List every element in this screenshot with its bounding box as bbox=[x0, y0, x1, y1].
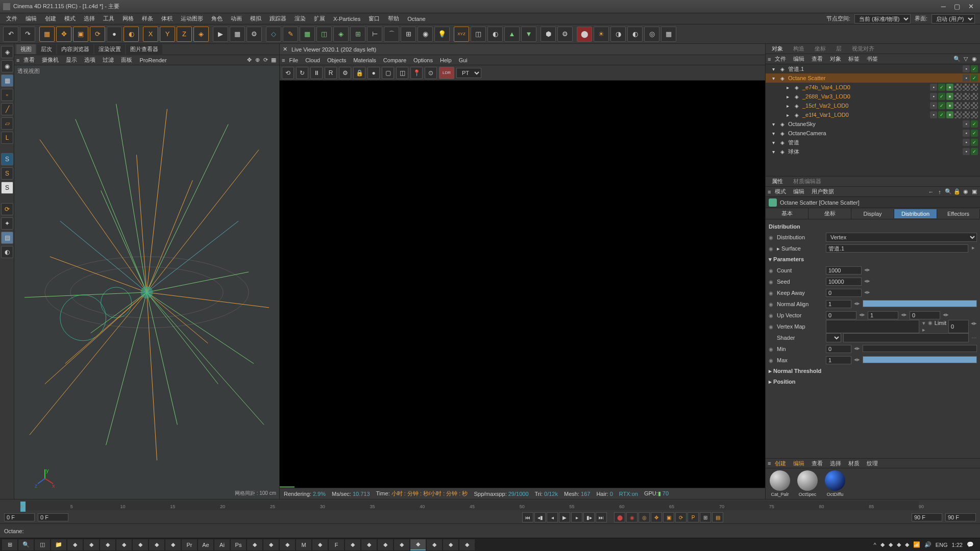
menu-render[interactable]: 渲染 bbox=[290, 14, 310, 23]
task-app2[interactable]: ◆ bbox=[84, 539, 99, 550]
moon-button[interactable]: ◑ bbox=[610, 27, 626, 42]
menu-tools[interactable]: 工具 bbox=[99, 14, 118, 23]
attr-menu-mode[interactable]: 模式 bbox=[772, 187, 789, 196]
min-input[interactable] bbox=[826, 345, 851, 353]
vp-menu-prorender[interactable]: ProRender bbox=[136, 57, 169, 64]
goto-start-button[interactable]: ⏮ bbox=[522, 512, 533, 522]
task-app8[interactable]: Pr bbox=[182, 539, 197, 550]
upvector-y[interactable] bbox=[868, 311, 898, 319]
tray-time[interactable]: 1:22 bbox=[952, 542, 963, 548]
material-item[interactable]: Cat_Palr bbox=[768, 470, 792, 497]
menu-spline[interactable]: 样条 bbox=[138, 14, 157, 23]
attr-pin-icon[interactable]: ▣ bbox=[971, 188, 978, 195]
timeline-start2[interactable] bbox=[38, 513, 68, 521]
play-button[interactable]: ▶ bbox=[559, 512, 570, 522]
attr-tab-material-editor[interactable]: 材质编辑器 bbox=[790, 177, 824, 186]
task-app16[interactable]: ◆ bbox=[312, 539, 328, 550]
subdiv-button[interactable]: ▦ bbox=[300, 27, 315, 42]
z-axis-toggle[interactable]: Z bbox=[177, 27, 192, 42]
lv-region-button[interactable]: R bbox=[325, 67, 337, 79]
tray-icon3[interactable]: ◆ bbox=[897, 541, 901, 548]
floor-button[interactable]: ◫ bbox=[471, 27, 486, 42]
task-app18[interactable]: ◆ bbox=[345, 539, 360, 550]
task-app21[interactable]: ◆ bbox=[394, 539, 409, 550]
vp-menu-display[interactable]: 显示 bbox=[63, 56, 80, 64]
menu-window[interactable]: 窗口 bbox=[364, 14, 384, 23]
surface-clear-icon[interactable]: ▸ bbox=[970, 244, 977, 253]
layout-toggle[interactable]: ▤ bbox=[712, 512, 723, 522]
rp-tab-layers[interactable]: 层 bbox=[833, 44, 845, 53]
contrast-button[interactable]: ◐ bbox=[627, 27, 643, 42]
max-input[interactable] bbox=[826, 356, 851, 364]
maximize-button[interactable]: ▢ bbox=[954, 3, 960, 10]
circle-button[interactable]: ◎ bbox=[644, 27, 659, 42]
vp-menu-panel[interactable]: 面板 bbox=[118, 56, 135, 64]
close-button[interactable]: ✕ bbox=[968, 3, 974, 10]
shader-select[interactable] bbox=[826, 333, 841, 342]
menu-octane[interactable]: Octane bbox=[403, 15, 429, 23]
task-app7[interactable]: ◆ bbox=[165, 539, 181, 550]
prev-key-button[interactable]: ◂▮ bbox=[534, 512, 546, 522]
prev-frame-button[interactable]: ◂ bbox=[547, 512, 558, 522]
task-app5[interactable]: ◆ bbox=[133, 539, 148, 550]
minimize-button[interactable]: ─ bbox=[941, 3, 946, 10]
vp-menu-options[interactable]: 选项 bbox=[81, 56, 99, 64]
camera-button[interactable]: ⊢ bbox=[367, 27, 382, 42]
render-view-button[interactable]: ▶ bbox=[213, 27, 228, 42]
object-tree[interactable]: ▾◈管道.1▪✓▾◈Octane Scatter▪✓▸◈_e74b_Var4_L… bbox=[766, 64, 980, 177]
distribution-select[interactable]: Vertex bbox=[826, 233, 977, 242]
attr-up-icon[interactable]: ↑ bbox=[936, 188, 943, 195]
vp-tab-picture[interactable]: 图片查看器 bbox=[126, 44, 162, 54]
vp-maximize-icon[interactable]: ▦ bbox=[270, 57, 277, 64]
menu-simulate[interactable]: 模拟 bbox=[246, 14, 265, 23]
task-app15[interactable]: M bbox=[296, 539, 311, 550]
timeline-start[interactable] bbox=[4, 513, 35, 521]
workplane[interactable]: ⟳ bbox=[1, 203, 13, 215]
octane-settings-button[interactable]: ⬢ bbox=[541, 27, 556, 42]
task-app11[interactable]: Ps bbox=[231, 539, 246, 550]
task-app4[interactable]: ◆ bbox=[116, 539, 132, 550]
lv-pause-button[interactable]: ⏸ bbox=[310, 67, 323, 79]
rp-menu-bookmarks[interactable]: 书签 bbox=[864, 55, 881, 63]
vp-tab-view[interactable]: 视图 bbox=[16, 44, 36, 54]
menu-tracker[interactable]: 跟踪器 bbox=[265, 14, 290, 23]
task-app20[interactable]: ◆ bbox=[378, 539, 393, 550]
object-row[interactable]: ▾◈管道▪✓ bbox=[766, 138, 980, 147]
light-button[interactable]: ◉ bbox=[418, 27, 433, 42]
param-key-button[interactable]: P bbox=[688, 512, 699, 522]
displace-icon[interactable]: ▤ bbox=[1, 232, 13, 244]
task-app9[interactable]: Ae bbox=[198, 539, 213, 550]
cube-primitive[interactable]: ◇ bbox=[266, 27, 281, 42]
point-mode[interactable]: ▫ bbox=[1, 89, 13, 101]
limit-input[interactable] bbox=[948, 320, 969, 333]
node-space-select[interactable]: 当前 (标准/物理) bbox=[854, 14, 911, 23]
sky-button[interactable]: ◐ bbox=[487, 27, 503, 42]
lv-lock-button[interactable]: 🔒 bbox=[353, 67, 365, 79]
count-input[interactable] bbox=[826, 266, 862, 274]
rp-tab-align[interactable]: 视觉对齐 bbox=[849, 44, 877, 53]
lv-hamburger-icon[interactable]: ≡ bbox=[282, 57, 285, 63]
object-mode[interactable]: ▦ bbox=[1, 74, 13, 87]
menu-extensions[interactable]: 扩展 bbox=[310, 14, 329, 23]
spotlight-button[interactable]: 💡 bbox=[434, 27, 450, 42]
upvector-x[interactable] bbox=[826, 311, 856, 319]
snap-2d[interactable]: S bbox=[1, 182, 13, 194]
vp-tab-content[interactable]: 内容浏览器 bbox=[57, 44, 93, 54]
max-slider[interactable] bbox=[863, 356, 977, 363]
vp-tab-hierarchy[interactable]: 层次 bbox=[37, 44, 56, 54]
keepaway-input[interactable] bbox=[826, 289, 862, 297]
task-app23[interactable]: ◆ bbox=[459, 539, 475, 550]
attr-subtab-effectors[interactable]: Effectors bbox=[937, 209, 980, 218]
lv-menu-materials[interactable]: Materials bbox=[350, 57, 379, 64]
mat-menu-create[interactable]: 创建 bbox=[772, 459, 789, 468]
task-app3[interactable]: ◆ bbox=[100, 539, 115, 550]
search-button[interactable]: 🔍 bbox=[18, 539, 34, 550]
object-row[interactable]: ▸◈_15cf_Var2_LOD0▪✓● bbox=[766, 101, 980, 110]
lv-menu-help[interactable]: Help bbox=[437, 57, 455, 64]
attr-subtab-distribution[interactable]: Distribution bbox=[894, 209, 937, 218]
task-view[interactable]: ◫ bbox=[35, 539, 50, 550]
attr-tab-attributes[interactable]: 属性 bbox=[769, 177, 786, 186]
menu-animate[interactable]: 动画 bbox=[227, 14, 246, 23]
rp-hamburger-icon[interactable]: ≡ bbox=[768, 56, 771, 62]
menu-create[interactable]: 创建 bbox=[41, 14, 60, 23]
